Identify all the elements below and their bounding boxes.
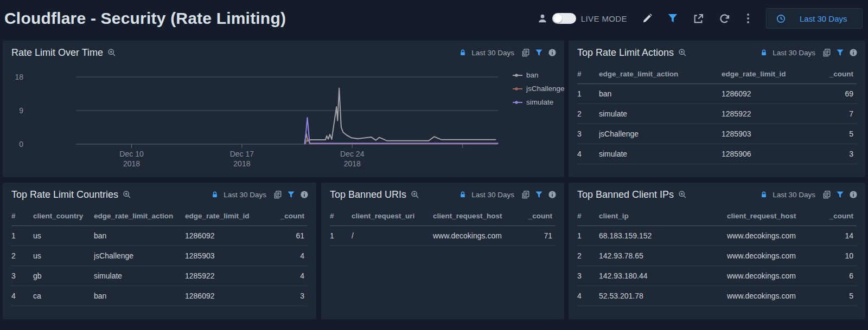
filter-icon[interactable]	[535, 49, 543, 57]
column-header[interactable]: _count	[512, 206, 556, 226]
copy-icon[interactable]	[521, 190, 530, 199]
y-axis-label: 9	[19, 106, 23, 115]
legend-label: ban	[526, 71, 539, 79]
countries-table: #client_countryedge_rate_limit_actionedg…	[3, 206, 316, 306]
table-cell: 1	[11, 226, 33, 246]
table-cell: 61	[264, 226, 308, 246]
table-cell: 10	[816, 246, 857, 266]
column-header[interactable]: #	[330, 206, 352, 226]
table-cell: www.decokings.com	[727, 286, 816, 306]
column-header[interactable]: #	[11, 206, 33, 226]
filter-icon[interactable]	[836, 49, 844, 57]
column-header[interactable]: _count	[808, 64, 857, 84]
filter-icon[interactable]	[836, 191, 844, 199]
panel-rate-limit-over-time: Rate Limit Over Time Last 30 Days 091	[3, 41, 564, 177]
table-cell: 1285903	[722, 124, 808, 144]
live-mode-toggle[interactable]	[552, 13, 576, 24]
column-header[interactable]: client_request_uri	[352, 206, 433, 226]
actions-table: #edge_rate_limit_actionedge_rate_limit_i…	[569, 64, 865, 164]
column-header[interactable]: #	[577, 206, 599, 226]
table-cell: jsChallenge	[599, 124, 722, 144]
column-header[interactable]: client_request_host	[433, 206, 512, 226]
table-cell: 2	[11, 246, 33, 266]
column-header[interactable]: client_ip	[599, 206, 727, 226]
table-row: 168.183.159.152www.decokings.com14	[577, 226, 857, 246]
column-header[interactable]: edge_rate_limit_action	[94, 206, 185, 226]
table-cell: 5	[808, 124, 857, 144]
panel-title: Top Banned URIs	[330, 189, 406, 200]
zoom-in-icon[interactable]	[678, 190, 687, 199]
legend-item-simulate[interactable]: simulate	[513, 98, 565, 106]
legend-item-ban[interactable]: ban	[513, 71, 565, 79]
x-axis-label-year: 2018	[233, 159, 250, 168]
table-cell: 2	[577, 104, 599, 124]
x-axis-label-year: 2018	[344, 159, 361, 168]
series-line-ban	[305, 88, 496, 144]
filter-icon[interactable]	[287, 191, 295, 199]
panel-time-range[interactable]: Last 30 Days	[471, 49, 514, 57]
table-cell: 1286092	[185, 226, 264, 246]
column-header[interactable]: edge_rate_limit_id	[185, 206, 264, 226]
copy-icon[interactable]	[521, 48, 530, 57]
table-cell: www.decokings.com	[727, 226, 816, 246]
column-header[interactable]: client_country	[33, 206, 94, 226]
zoom-in-icon[interactable]	[123, 190, 131, 199]
edit-icon[interactable]	[642, 13, 653, 24]
panel-time-range[interactable]: Last 30 Days	[773, 49, 815, 57]
copy-icon[interactable]	[822, 48, 831, 57]
column-header[interactable]: #	[577, 64, 599, 84]
more-menu-icon[interactable]	[745, 12, 751, 24]
table-row: 4caban12860923	[11, 286, 308, 306]
table-cell: 4	[264, 266, 308, 286]
table-row: 3jsChallenge12859035	[577, 124, 857, 144]
refresh-icon[interactable]	[719, 13, 730, 24]
table-cell: www.decokings.com	[433, 226, 512, 246]
lock-icon	[211, 191, 219, 198]
table-row: 1/www.decokings.com71	[330, 226, 556, 246]
legend-item-jsChallenge[interactable]: jsChallenge	[513, 85, 565, 93]
table-cell: 7	[808, 104, 857, 124]
copy-icon[interactable]	[822, 190, 831, 199]
filter-icon[interactable]	[667, 13, 678, 24]
table-cell: simulate	[599, 144, 722, 164]
info-icon[interactable]	[849, 190, 858, 199]
zoom-in-icon[interactable]	[411, 190, 419, 199]
table-cell: us	[33, 226, 94, 246]
zoom-in-icon[interactable]	[678, 48, 687, 57]
table-cell: 3	[808, 144, 857, 164]
legend-label: jsChallenge	[526, 85, 565, 93]
dashboard-title: Cloudflare - Security (Rate Limiting)	[4, 9, 286, 28]
filter-icon[interactable]	[535, 191, 543, 199]
table-cell: 4	[11, 286, 33, 306]
column-header[interactable]: _count	[816, 206, 857, 226]
copy-icon[interactable]	[273, 190, 282, 199]
lock-icon	[459, 49, 467, 56]
column-header[interactable]: client_request_host	[727, 206, 816, 226]
panel-time-range[interactable]: Last 30 Days	[773, 191, 815, 199]
column-header[interactable]: _count	[264, 206, 308, 226]
info-icon[interactable]	[548, 190, 557, 199]
table-row: 4simulate12859063	[577, 144, 857, 164]
table-row: 3gbsimulate12859224	[11, 266, 308, 286]
panel-title: Top Rate Limit Actions	[577, 47, 674, 59]
share-icon[interactable]	[693, 13, 704, 24]
table-cell: 4	[577, 286, 599, 306]
column-header[interactable]: edge_rate_limit_id	[722, 64, 808, 84]
clock-icon	[776, 14, 786, 23]
rate-limit-chart[interactable]: 0918Dec 102018Dec 172018Dec 242018	[3, 64, 564, 176]
panel-top-rate-limit-actions: Top Rate Limit Actions Last 30 Days #	[569, 41, 865, 177]
time-range-button[interactable]: Last 30 Days	[766, 8, 863, 29]
panel-time-range[interactable]: Last 30 Days	[224, 191, 266, 199]
info-icon[interactable]	[548, 48, 557, 57]
column-header[interactable]: edge_rate_limit_action	[599, 64, 722, 84]
panel-time-range[interactable]: Last 30 Days	[471, 191, 514, 199]
info-icon[interactable]	[849, 48, 858, 57]
info-icon[interactable]	[300, 190, 309, 199]
ips-table: #client_ipclient_request_host_count168.1…	[569, 206, 865, 306]
table-cell: 2	[577, 246, 599, 266]
zoom-in-icon[interactable]	[107, 48, 116, 57]
table-cell: 3	[11, 266, 33, 286]
table-cell: ban	[94, 226, 185, 246]
table-cell: us	[33, 246, 94, 266]
table-cell: 1286092	[722, 84, 808, 104]
